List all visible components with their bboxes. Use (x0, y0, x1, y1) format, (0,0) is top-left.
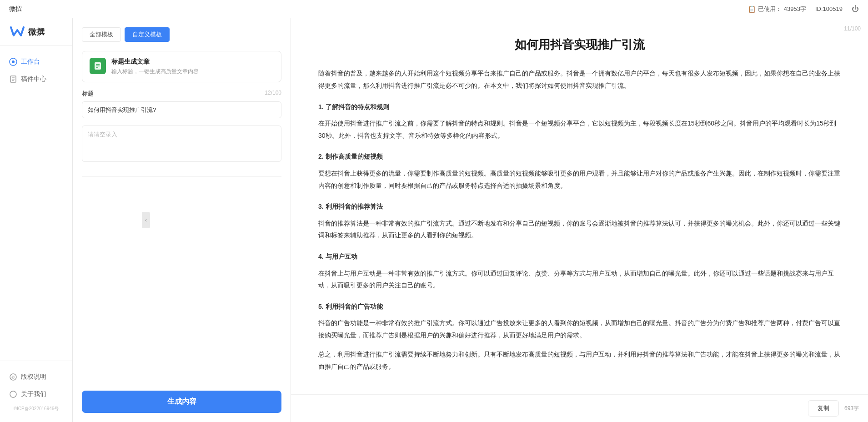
article-paragraph: 抖音的广告功能是一种非常有效的推广引流方式。你可以通过广告投放来让更多的人看到你… (318, 317, 841, 341)
template-title: 标题生成文章 (111, 58, 274, 66)
sidebar-logo: 微撰 (0, 18, 72, 46)
template-desc: 输入标题，一键生成高质量文章内容 (111, 68, 274, 75)
tabs-row: 全部模板 自定义模板 (82, 27, 281, 42)
sidebar-item-copyright[interactable]: © 版权说明 (0, 368, 72, 386)
content-textarea[interactable]: 请请空录入 (82, 126, 281, 162)
article-paragraph: 随着抖音的普及，越来越多的人开始利用这个短视频分享平台来推广自己的产品或服务。抖… (318, 67, 841, 91)
about-icon: i (9, 390, 17, 398)
sidebar-item-drafts[interactable]: 稿件中心 (0, 70, 72, 88)
user-id: ID:100519 (815, 5, 843, 12)
article-footer: 复制 693字 (291, 394, 868, 422)
article-paragraph: 要想在抖音上获得更多的流量，你需要制作高质量的短视频。高质量的短视频能够吸引更多… (318, 167, 841, 191)
content-placeholder: 请请空录入 (88, 131, 117, 139)
article-heading: 1. 了解抖音的特点和规则 (318, 101, 841, 113)
article-body: 随着抖音的普及，越来越多的人开始利用这个短视频分享平台来推广自己的产品或服务。抖… (318, 67, 841, 372)
sidebar-label-drafts: 稿件中心 (21, 75, 46, 83)
title-bar: 微撰 📋 已使用： 43953字 ID:100519 ⏻ (0, 0, 868, 18)
svg-point-1 (12, 60, 15, 63)
sidebar-label-copyright: 版权说明 (21, 373, 46, 381)
generate-button[interactable]: 生成内容 (82, 391, 281, 413)
article-heading: 4. 与用户互动 (318, 251, 841, 263)
sidebar-label-workbench: 工作台 (21, 58, 40, 66)
title-bar-right: 📋 已使用： 43953字 ID:100519 ⏻ (748, 5, 859, 13)
article-paragraph: 总之，利用抖音进行推广引流需要持续不断地努力和创新。只有不断地发布高质量的短视频… (318, 348, 841, 372)
word-count: 693字 (844, 405, 859, 412)
title-field-counter: 12/100 (265, 90, 281, 98)
usage-icon: 📋 (748, 5, 756, 13)
left-panel: 全部模板 自定义模板 标题生成文章 输入标题，一键生成高质量文章内容 (73, 18, 291, 422)
usage-count: 43953字 (784, 5, 806, 13)
tab-custom-templates[interactable]: 自定义模板 (125, 27, 170, 42)
article-paragraph: 在抖音上与用户互动是一种非常有效的推广引流方式。你可以通过回复评论、点赞、分享等… (318, 267, 841, 291)
article-heading: 5. 利用抖音的广告功能 (318, 301, 841, 313)
template-info: 标题生成文章 输入标题，一键生成高质量文章内容 (111, 58, 274, 75)
template-card[interactable]: 标题生成文章 输入标题，一键生成高质量文章内容 (82, 51, 281, 82)
title-field-label: 标题 12/100 (82, 90, 281, 98)
content-field-section: 请请空录入 (82, 126, 281, 162)
sidebar-item-workbench[interactable]: 工作台 (0, 53, 72, 70)
title-field-section: 标题 12/100 (82, 90, 281, 118)
workbench-icon (9, 58, 17, 66)
copyright-icon: © (9, 373, 17, 381)
sidebar-top: 微撰 工作台 (0, 18, 72, 95)
power-icon[interactable]: ⏻ (852, 5, 859, 13)
icp-text: ©ICP备2022016946号 (0, 403, 72, 415)
usage-info: 📋 已使用： 43953字 (748, 5, 806, 13)
drafts-icon (9, 75, 17, 83)
usage-label: 已使用： (758, 5, 782, 13)
divider (82, 176, 281, 177)
main-layout: 微撰 工作台 (0, 18, 868, 422)
article-container: 11/100 如何用抖音实现推广引流 随着抖音的普及，越来越多的人开始利用这个短… (291, 18, 868, 394)
sidebar-nav: 工作台 稿件中心 (0, 46, 72, 95)
article-counter: 11/100 (844, 25, 861, 32)
sidebar-bottom: © 版权说明 i 关于我们 ©ICP备2022016946号 (0, 361, 72, 422)
svg-text:i: i (13, 392, 14, 397)
sidebar-label-about: 关于我们 (21, 390, 46, 398)
article-heading: 2. 制作高质量的短视频 (318, 151, 841, 163)
content-area: ‹ 全部模板 自定义模板 标题生成文章 (73, 18, 868, 422)
logo-icon (9, 25, 25, 38)
sidebar: 微撰 工作台 (0, 18, 73, 422)
copy-button[interactable]: 复制 (808, 400, 839, 417)
article-title: 如何用抖音实现推广引流 (318, 36, 841, 53)
logo-text: 微撰 (28, 26, 45, 37)
svg-text:©: © (12, 375, 15, 380)
template-icon (90, 58, 106, 74)
sidebar-item-about[interactable]: i 关于我们 (0, 386, 72, 403)
app-title: 微撰 (9, 5, 22, 13)
title-input[interactable] (82, 101, 281, 118)
title-label-text: 标题 (82, 90, 94, 98)
article-paragraph: 抖音的推荐算法是一种非常有效的推广引流方式。通过不断地发布和分享自己的短视频，你… (318, 217, 841, 241)
article-heading: 3. 利用抖音的推荐算法 (318, 201, 841, 213)
article-paragraph: 在开始使用抖音进行推广引流之前，你需要了解抖音的特点和规则。抖音是一个短视频分享… (318, 117, 841, 141)
right-panel: 11/100 如何用抖音实现推广引流 随着抖音的普及，越来越多的人开始利用这个短… (291, 18, 868, 422)
tab-all-templates[interactable]: 全部模板 (82, 27, 121, 42)
collapse-sidebar-button[interactable]: ‹ (142, 212, 150, 228)
